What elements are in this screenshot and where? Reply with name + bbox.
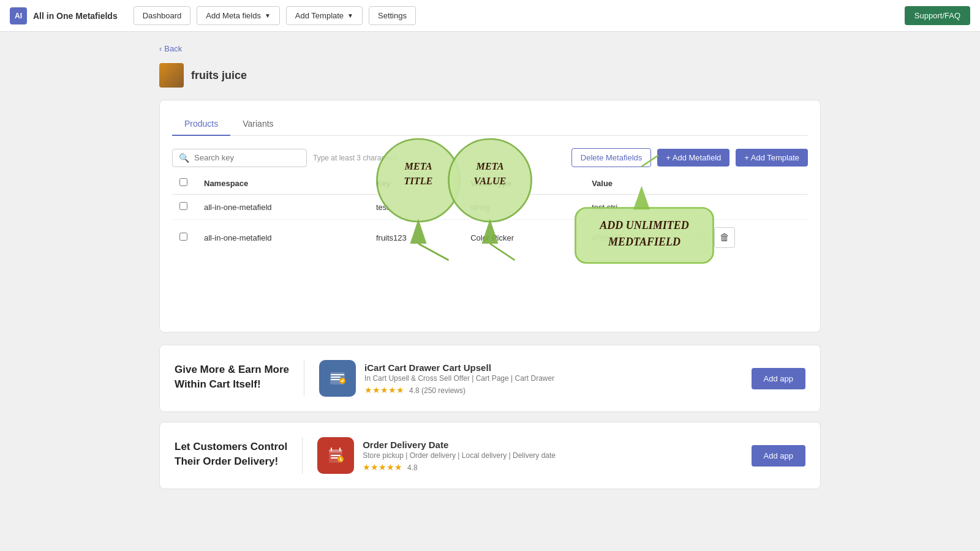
add-template-label: Add Template [295,11,344,20]
add-template-action-button[interactable]: + Add Template [736,149,808,167]
add-meta-fields-button[interactable]: Add Meta fields ▼ [197,6,280,25]
product-image [159,63,184,88]
promo-card-icart: Give More & Earn MoreWithin Cart Itself!… [159,345,821,412]
promo-heading-1: Give More & Earn MoreWithin Cart Itself! [175,362,289,392]
chevron-down-icon: ▼ [265,12,271,19]
icart-app-name: iCart Cart Drawer Cart Upsell [364,362,554,373]
promo-app-2: Order Delivery Date Store pickup | Order… [317,437,736,474]
chevron-left-icon: ‹ [159,44,162,53]
row-actions-1: 📄 🗑 [682,220,808,256]
delivery-rating: ★★★★★ 4.8 [363,462,556,472]
promo-text-2: Let Customers ControlTheir Order Deliver… [175,440,287,471]
table-header-value: Value [584,172,682,195]
icart-app-description: In Cart Upsell & Cross Sell Offer | Cart… [364,374,554,383]
row-value-type-1: Color Picker [463,220,584,256]
product-header: fruits juice [159,63,821,88]
row-checkbox-1[interactable] [179,233,187,241]
add-delivery-label: Add app [764,451,793,460]
search-input[interactable] [194,153,286,162]
select-all-checkbox[interactable] [179,178,187,186]
table-header-value-type: Value Type [463,172,584,195]
delivery-rating-text: 4.8 [407,463,418,472]
dashboard-label: Dashboard [143,11,182,20]
product-title: fruits juice [191,69,247,82]
icart-rating: ★★★★★ 4.8 (250 reviews) [364,385,554,395]
app-logo: AI [10,7,27,24]
add-template-button[interactable]: Add Template ▼ [286,6,363,25]
table-header-namespace: Namespace [197,172,369,195]
row-value-1: #7bbd45 [584,220,682,256]
app-title: All in One Metafields [33,11,118,21]
chevron-down-icon: ▼ [347,12,353,19]
search-box: 🔍 [172,149,307,167]
delivery-app-name: Order Delivery Date [363,440,556,450]
tab-products[interactable]: Products [172,113,230,136]
add-metafield-label: + Add Metafield [666,153,721,162]
tabs: Products Variants [172,113,808,136]
delivery-icon-svg [325,444,347,467]
delivery-app-description: Store pickup | Order delivery | Local de… [363,451,556,460]
add-delivery-button[interactable]: Add app [752,445,805,467]
table-header-actions [682,172,808,195]
row-value-0: test stri... [584,195,682,220]
search-hint: Type at least 3 characters [313,154,397,162]
add-icart-button[interactable]: Add app [752,368,805,389]
toolbar: 🔍 Type at least 3 characters Delete Meta… [172,148,808,167]
icart-icon-svg [326,367,349,389]
delivery-app-icon [317,437,354,474]
row-key-0: test [369,195,463,220]
table-row: all-in-one-metafield test string test st… [172,195,808,220]
delivery-star-icons: ★★★★★ [363,462,402,472]
delete-metafields-button[interactable]: Delete Metafields [571,148,651,167]
search-icon: 🔍 [179,153,189,163]
star-icons: ★★★★★ [364,385,404,395]
action-buttons-1: 📄 🗑 [690,227,801,248]
promo-card-delivery: Let Customers ControlTheir Order Deliver… [159,422,821,489]
support-faq-button[interactable]: Support/FAQ [905,6,970,25]
row-checkbox-cell-1 [172,220,197,256]
product-thumbnail [159,63,184,88]
settings-label: Settings [378,11,407,20]
add-metafield-button[interactable]: + Add Metafield [657,149,729,167]
top-bar: AI All in One Metafields Dashboard Add M… [0,0,980,32]
back-label: Back [164,44,182,53]
main-content: ‹ Back fruits juice Products Variants 🔍 … [135,32,845,511]
delivery-app-info: Order Delivery Date Store pickup | Order… [363,440,556,472]
add-meta-fields-label: Add Meta fields [206,11,261,20]
delete-metafields-label: Delete Metafields [581,153,642,162]
row-namespace-1: all-in-one-metafield [197,220,369,256]
add-template-action-label: + Add Template [744,153,799,162]
promo-text-1: Give More & Earn MoreWithin Cart Itself! [175,362,289,394]
row-value-type-0: string [463,195,584,220]
divider-2 [302,437,303,474]
add-icart-label: Add app [764,374,793,383]
tab-variants[interactable]: Variants [230,113,285,136]
metafields-card: Products Variants 🔍 Type at least 3 char… [159,100,821,332]
promo-heading-2: Let Customers ControlTheir Order Deliver… [175,440,287,469]
dashboard-button[interactable]: Dashboard [134,6,191,25]
icart-rating-text: 4.8 (250 reviews) [409,386,466,395]
table-row: all-in-one-metafield fruits123 Color Pic… [172,220,808,256]
back-link[interactable]: ‹ Back [159,44,821,53]
logo-text: AI [15,12,22,20]
row-checkbox-cell-0 [172,195,197,220]
row-namespace-0: all-in-one-metafield [197,195,369,220]
icart-app-icon [319,360,356,397]
row-key-1: fruits123 [369,220,463,256]
promo-app-1: iCart Cart Drawer Cart Upsell In Cart Up… [319,360,737,397]
table-header-key: Key [369,172,463,195]
table-header-checkbox [172,172,197,195]
metafields-table: Namespace Key Value Type Value all-in-on… [172,172,808,255]
edit-button-1[interactable]: 📄 [690,227,710,248]
settings-button[interactable]: Settings [369,6,416,25]
delete-button-1[interactable]: 🗑 [714,227,735,248]
icart-app-info: iCart Cart Drawer Cart Upsell In Cart Up… [364,362,554,395]
row-checkbox-0[interactable] [179,202,187,210]
support-label: Support/FAQ [914,11,960,20]
divider-1 [304,360,304,397]
row-actions-0 [682,195,808,220]
